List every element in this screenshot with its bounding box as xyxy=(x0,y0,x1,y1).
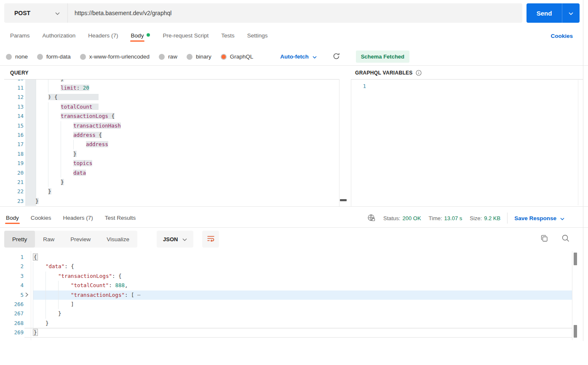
fold-toggle-icon[interactable] xyxy=(24,290,33,300)
query-panel-title: QUERY xyxy=(10,70,29,76)
line-number: 267 xyxy=(0,309,24,318)
line-number: 17 xyxy=(4,140,24,149)
line-number: 12 xyxy=(4,93,24,102)
tab-response-body[interactable]: Body xyxy=(6,213,19,223)
method-select[interactable]: POST xyxy=(4,3,67,23)
fold-gutter xyxy=(24,131,35,140)
radio-form-data[interactable]: form-data xyxy=(37,53,71,60)
divider xyxy=(0,206,588,207)
line-number: 1 xyxy=(0,253,24,262)
fold-gutter xyxy=(24,121,35,131)
refresh-schema-button[interactable] xyxy=(333,53,340,61)
code-text: address { xyxy=(35,131,339,140)
line-number: 16 xyxy=(4,131,24,140)
tab-response-cookies[interactable]: Cookies xyxy=(31,213,51,223)
copy-icon xyxy=(540,237,548,244)
radio-none[interactable]: none xyxy=(6,53,28,60)
code-text xyxy=(366,82,578,91)
response-scrollbar-marker[interactable] xyxy=(574,325,577,338)
tab-body[interactable]: Body xyxy=(131,31,150,40)
code-text: } xyxy=(35,149,339,159)
mode-raw[interactable]: Raw xyxy=(35,231,62,248)
radio-graphql[interactable]: GraphQL xyxy=(221,53,254,60)
graphql-query-editor[interactable]: 10}11limit: 2012) { 13totalCount 14trans… xyxy=(4,80,339,206)
radio-x-www-form-urlencoded[interactable]: x-www-form-urlencoded xyxy=(80,53,150,60)
wrap-text-icon xyxy=(207,235,215,243)
line-number: 13 xyxy=(4,102,24,112)
code-line: 1 xyxy=(351,82,578,91)
radio-icon xyxy=(37,54,43,60)
response-mode-switcher: Pretty Raw Preview Visualize xyxy=(4,231,137,248)
save-response-button[interactable]: Save Response xyxy=(514,215,564,221)
fold-gutter xyxy=(24,300,33,309)
code-line: 1{ xyxy=(0,253,572,262)
wrap-lines-button[interactable] xyxy=(202,231,219,248)
tab-settings[interactable]: Settings xyxy=(247,31,268,40)
body-type-row: none form-data x-www-form-urlencoded raw… xyxy=(6,51,409,63)
graphql-variables-editor[interactable]: 1 xyxy=(351,80,578,206)
code-line: 5"transactionLogs": [ ⋯ xyxy=(0,290,572,300)
network-lock-icon[interactable] xyxy=(367,214,376,222)
mode-preview[interactable]: Preview xyxy=(62,231,99,248)
code-line: 20data xyxy=(4,168,339,178)
refresh-icon xyxy=(333,53,340,61)
tab-pre-request-script[interactable]: Pre-request Script xyxy=(163,31,208,40)
tab-tests[interactable]: Tests xyxy=(221,31,235,40)
code-text: address xyxy=(35,140,339,149)
fold-gutter xyxy=(24,149,35,159)
tab-params[interactable]: Params xyxy=(10,31,30,40)
line-number: 5 xyxy=(0,290,24,300)
radio-selected-icon xyxy=(221,54,227,60)
line-number: 21 xyxy=(4,178,24,187)
code-text: } xyxy=(33,309,572,318)
code-line: 14transactionLogs { xyxy=(4,112,339,121)
panel-splitter[interactable] xyxy=(339,79,339,206)
code-line: 4"totalCount": 888, xyxy=(0,281,572,290)
send-button[interactable]: Send xyxy=(527,3,562,23)
mode-visualize[interactable]: Visualize xyxy=(99,231,137,248)
mode-pretty[interactable]: Pretty xyxy=(4,231,35,248)
cookies-link[interactable]: Cookies xyxy=(551,33,573,39)
query-scrollbar-thumb[interactable] xyxy=(340,199,347,201)
tab-response-headers[interactable]: Headers (7) xyxy=(63,213,93,223)
tab-test-results[interactable]: Test Results xyxy=(105,213,136,223)
line-number: 15 xyxy=(4,121,24,131)
response-scrollbar-track[interactable] xyxy=(572,251,572,340)
copy-response-button[interactable] xyxy=(540,234,548,244)
variables-scrollbar-track[interactable] xyxy=(578,80,578,205)
size-label: Size: xyxy=(470,215,482,221)
radio-binary[interactable]: binary xyxy=(187,53,211,60)
code-line: 19topics xyxy=(4,159,339,168)
line-number: 20 xyxy=(4,168,24,178)
code-text: "data": { xyxy=(33,262,572,271)
code-text: { xyxy=(33,253,572,262)
auto-fetch-dropdown[interactable]: Auto-fetch xyxy=(280,53,317,60)
response-body-editor[interactable]: 1{2"data": {3"transactionLogs": {4"total… xyxy=(0,251,572,340)
fold-gutter xyxy=(24,112,35,121)
response-meta: Status: 200 OK Time: 13.07 s Size: 9.2 K… xyxy=(367,213,564,224)
radio-raw[interactable]: raw xyxy=(159,53,177,60)
code-line: 2"data": { xyxy=(0,262,572,271)
code-text: } xyxy=(35,80,339,83)
tab-headers[interactable]: Headers (7) xyxy=(88,31,118,40)
code-line: 21} xyxy=(4,178,339,187)
format-select[interactable]: JSON xyxy=(157,231,193,248)
info-icon[interactable] xyxy=(416,70,422,76)
code-text: limit: 20 xyxy=(35,83,339,93)
code-line: 23} xyxy=(4,197,339,206)
url-input[interactable] xyxy=(68,10,522,16)
line-number: 10 xyxy=(4,80,24,83)
fold-gutter xyxy=(24,187,35,196)
code-text: topics xyxy=(35,159,339,168)
code-text: ] xyxy=(33,300,572,309)
tab-authorization[interactable]: Authorization xyxy=(43,31,76,40)
search-response-button[interactable] xyxy=(561,234,570,244)
response-scrollbar-thumb[interactable] xyxy=(574,253,577,265)
line-number: 22 xyxy=(4,187,24,196)
fold-gutter xyxy=(24,281,33,290)
fold-gutter xyxy=(24,102,35,112)
line-number: 14 xyxy=(4,112,24,121)
code-text: transactionHash xyxy=(35,121,339,131)
send-options-button[interactable] xyxy=(562,3,580,23)
line-number: 18 xyxy=(4,149,24,159)
